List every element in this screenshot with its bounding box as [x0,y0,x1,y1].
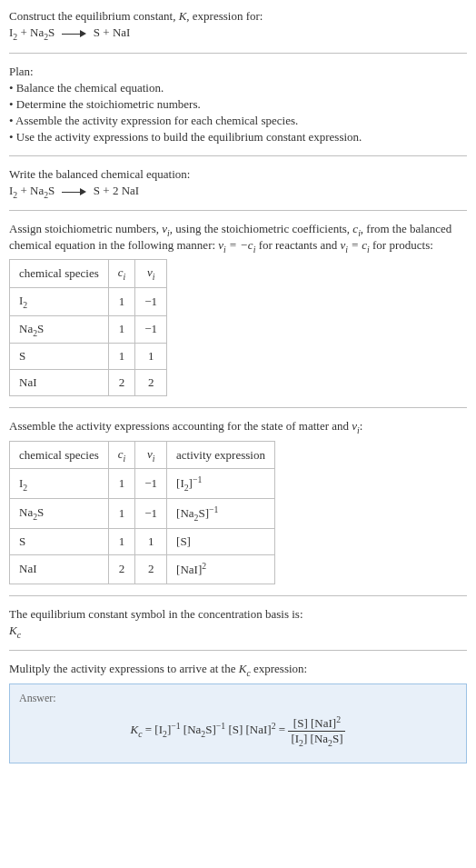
divider [9,407,467,408]
divider [9,650,467,651]
col-species: chemical species [10,260,109,288]
intro-section: Construct the equilibrium constant, K, e… [9,9,467,42]
divider [9,595,467,596]
fraction-numerator: [S] [NaI]2 [288,714,345,732]
rel-products: νi = ci [341,238,370,252]
balanced-equation: I2 + Na2S S + 2 NaI [9,184,467,200]
ci-cell: 1 [108,499,135,529]
ci-cell: 2 [108,370,135,396]
species-cell: Na2S [10,499,109,529]
assign-pre: Assign stoichiometric numbers, [9,222,162,235]
assign-mid4: for products: [370,238,433,252]
plan-title: Plan: [9,65,467,79]
fraction: [S] [NaI]2 [I2] [Na2S] [288,714,345,748]
intro-pre: Construct the equilibrium constant, [9,9,179,23]
col-nui: νi [135,441,167,469]
plan-b1: • Balance the chemical equation. [9,81,467,95]
divider [9,210,467,211]
rel-reactants: νi = −ci [218,238,255,252]
species-cell: S [10,344,109,370]
nui-cell: 2 [135,555,167,584]
nui-cell: 2 [135,370,167,396]
multiply-post: expression: [251,662,307,675]
balance-title: Write the balanced chemical equation: [9,167,467,182]
assign-text: Assign stoichiometric numbers, νi, using… [9,222,467,254]
ci-cell: 1 [108,344,135,370]
activity-table: chemical species ci νi activity expressi… [9,441,275,584]
table-row: Na2S 1 −1 [Na2S]−1 [10,499,275,529]
answer-box: Answer: Kc = [I2]−1 [Na2S]−1 [S] [NaI]2 … [9,683,467,763]
nui-cell: 1 [135,529,167,555]
activity-cell: [Na2S]−1 [167,499,275,529]
nui-cell: −1 [135,315,167,344]
species-cell: NaI [10,370,109,396]
table-row: I2 1 −1 [I2]−1 [10,469,275,499]
plan-section: Plan: • Balance the chemical equation. •… [9,65,467,145]
col-species: chemical species [10,441,109,469]
nui-cell: −1 [135,499,167,529]
species-cell: Na2S [10,315,109,344]
symbol-text: The equilibrium constant symbol in the c… [9,607,467,622]
assemble-section: Assemble the activity expressions accoun… [9,419,467,584]
stoich-table: chemical species ci νi I2 1 −1 Na2S 1 −1… [9,259,167,396]
nu-i: νi [162,222,170,235]
table-row: S 1 1 [10,344,167,370]
balance-section: Write the balanced chemical equation: I2… [9,167,467,200]
table-row: chemical species ci νi [10,260,167,288]
col-ci: ci [108,441,135,469]
nui-cell: 1 [135,344,167,370]
assign-mid1: , using the stoichiometric coefficients, [170,222,353,235]
nu-i: νi [352,419,360,433]
activity-cell: [S] [167,529,275,555]
table-row: chemical species ci νi activity expressi… [10,441,275,469]
assemble-pre: Assemble the activity expressions accoun… [9,419,352,433]
kc-symbol: Kc [9,624,467,640]
plan-b4: • Use the activity expressions to build … [9,130,467,145]
intro-line: Construct the equilibrium constant, K, e… [9,9,467,24]
col-activity: activity expression [167,441,275,469]
species-cell: NaI [10,555,109,584]
ci-cell: 1 [108,287,135,315]
col-nui: νi [135,260,167,288]
species-cell: I2 [10,287,109,315]
ci-cell: 1 [108,315,135,344]
plan-b3: • Assemble the activity expression for e… [9,114,467,128]
assemble-post: : [360,419,363,433]
ci-cell: 1 [108,529,135,555]
intro-post: , expression for: [186,9,263,23]
col-ci: ci [108,260,135,288]
species-cell: S [10,529,109,555]
multiply-section: Mulitply the activity expressions to arr… [9,662,467,763]
intro-equation: I2 + Na2S S + NaI [9,25,467,42]
activity-cell: [NaI]2 [167,555,275,584]
table-row: S 1 1 [S] [10,529,275,555]
answer-label: Answer: [19,692,457,705]
c-i: ci [352,222,361,235]
multiply-pre: Mulitply the activity expressions to arr… [9,662,239,675]
assign-mid3: for reactants and [255,238,340,252]
ci-cell: 1 [108,469,135,499]
plan-b2: • Determine the stoichiometric numbers. [9,97,467,112]
divider [9,53,467,54]
multiply-text: Mulitply the activity expressions to arr… [9,662,467,678]
nui-cell: −1 [135,469,167,499]
table-row: Na2S 1 −1 [10,315,167,344]
nui-cell: −1 [135,287,167,315]
species-cell: I2 [10,469,109,499]
table-row: NaI 2 2 [NaI]2 [10,555,275,584]
symbol-section: The equilibrium constant symbol in the c… [9,607,467,640]
table-row: I2 1 −1 [10,287,167,315]
assemble-text: Assemble the activity expressions accoun… [9,419,467,435]
assign-section: Assign stoichiometric numbers, νi, using… [9,222,467,396]
divider [9,155,467,156]
table-row: NaI 2 2 [10,370,167,396]
fraction-denominator: [I2] [Na2S] [288,732,345,748]
activity-cell: [I2]−1 [167,469,275,499]
kc-inline: Kc [239,662,251,675]
ci-cell: 2 [108,555,135,584]
answer-formula: Kc = [I2]−1 [Na2S]−1 [S] [NaI]2 = [S] [N… [19,714,457,748]
